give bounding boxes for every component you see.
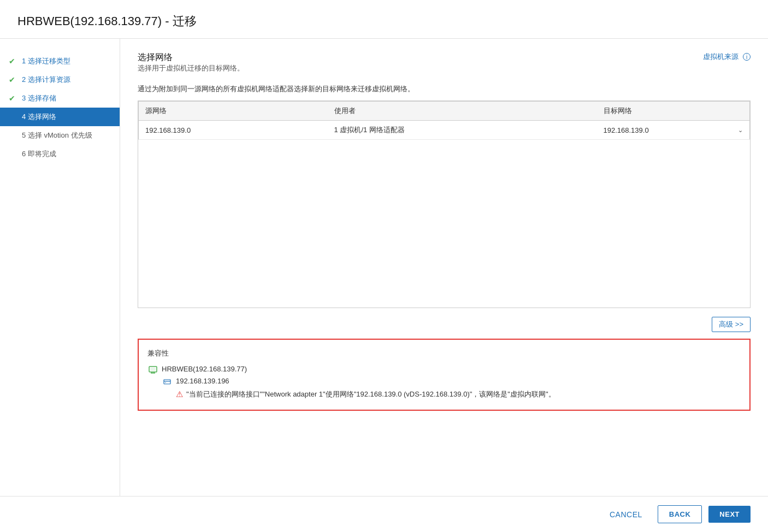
vm-svg-icon [149,365,157,374]
checkmark-icon-1: ✔ [9,57,17,66]
page-title: HRBWEB(192.168.139.77) - 迁移 [0,0,768,39]
host-icon [162,377,173,387]
svg-rect-5 [164,380,170,384]
compatibility-title: 兼容性 [147,348,741,358]
compat-error-node: ⚠ "当前已连接的网络接口""Network adapter 1"使用网络"19… [176,388,741,401]
table-row: 192.168.139.0 1 虚拟机/1 网络适配器 192.168.139.… [139,121,750,140]
sidebar: ✔ 1 选择迁移类型 ✔ 2 选择计算资源 ✔ 3 选择存储 4 选择网络 5 … [0,39,120,496]
sidebar-item-step5[interactable]: 5 选择 vMotion 优先级 [0,126,120,145]
sidebar-label-step4: 4 选择网络 [22,112,56,122]
svg-point-7 [165,382,166,383]
network-instruction: 通过为附加到同一源网络的所有虚拟机网络适配器选择新的目标网络来迁移虚拟机网络。 [138,84,751,94]
table-header-row: 源网络 使用者 目标网络 [139,102,750,121]
content-header: 选择网络 选择用于虚拟机迁移的目标网络。 虚拟机来源 i [138,52,751,82]
sidebar-label-step5: 5 选择 vMotion 优先级 [22,131,92,140]
section-title: 选择网络 选择用于虚拟机迁移的目标网络。 [138,52,244,82]
col-source-network: 源网络 [139,102,328,121]
users-cell: 1 虚拟机/1 网络适配器 [328,121,597,140]
compatibility-section: 兼容性 HRBWEB(192.1 [138,339,751,411]
error-icon: ⚠ [176,389,183,399]
col-target-network: 目标网络 [597,102,750,121]
target-network-cell[interactable]: 192.168.139.0 ⌄ [597,121,750,140]
vm-node-label: HRBWEB(192.168.139.77) [162,365,247,373]
next-button[interactable]: NEXT [708,506,751,523]
info-icon[interactable]: i [743,53,751,61]
checkmark-icon-2: ✔ [9,75,17,84]
svg-rect-1 [150,368,156,371]
compat-tree: HRBWEB(192.168.139.77) [147,364,741,401]
back-button[interactable]: BACK [658,505,702,523]
sidebar-label-step1: 1 选择迁移类型 [22,56,70,66]
target-network-value: 192.168.139.0 [604,126,649,134]
sidebar-label-step6: 6 即将完成 [22,149,56,159]
footer: CANCEL BACK NEXT [0,496,768,532]
col-users: 使用者 [328,102,597,121]
page-container: HRBWEB(192.168.139.77) - 迁移 ✔ 1 选择迁移类型 ✔… [0,0,768,532]
source-network-cell: 192.168.139.0 [139,121,328,140]
main-content: ✔ 1 选择迁移类型 ✔ 2 选择计算资源 ✔ 3 选择存储 4 选择网络 5 … [0,39,768,496]
sidebar-item-step4[interactable]: 4 选择网络 [0,108,120,126]
sidebar-label-step3: 3 选择存储 [22,93,56,103]
child-node-label: 192.168.139.196 [176,377,229,385]
dropdown-chevron-icon[interactable]: ⌄ [738,127,743,134]
advanced-button[interactable]: 高级 >> [712,317,751,332]
network-table: 源网络 使用者 目标网络 192.168.139.0 1 虚拟机/1 网络适配器… [138,101,750,140]
sidebar-item-step6[interactable]: 6 即将完成 [0,145,120,163]
content-area: 选择网络 选择用于虚拟机迁移的目标网络。 虚拟机来源 i 通过为附加到同一源网络… [120,39,768,496]
sidebar-item-step2[interactable]: ✔ 2 选择计算资源 [0,70,120,89]
vm-source-link[interactable]: 虚拟机来源 i [703,52,751,62]
sidebar-label-step2: 2 选择计算资源 [22,75,70,85]
compat-child-row: 192.168.139.196 [162,376,741,388]
checkmark-icon-3: ✔ [9,94,17,103]
compat-child-node: 192.168.139.196 ⚠ "当前已连接的网络接口""Network a… [162,376,741,401]
cancel-button[interactable]: CANCEL [601,506,651,523]
network-table-container: 源网络 使用者 目标网络 192.168.139.0 1 虚拟机/1 网络适配器… [138,101,751,308]
sidebar-item-step3[interactable]: ✔ 3 选择存储 [0,89,120,108]
error-text: "当前已连接的网络接口""Network adapter 1"使用网络"192.… [186,389,556,399]
compat-vm-node: HRBWEB(192.168.139.77) [147,364,741,376]
host-svg-icon [163,378,171,386]
vm-icon [147,365,158,375]
sidebar-item-step1[interactable]: ✔ 1 选择迁移类型 [0,52,120,70]
